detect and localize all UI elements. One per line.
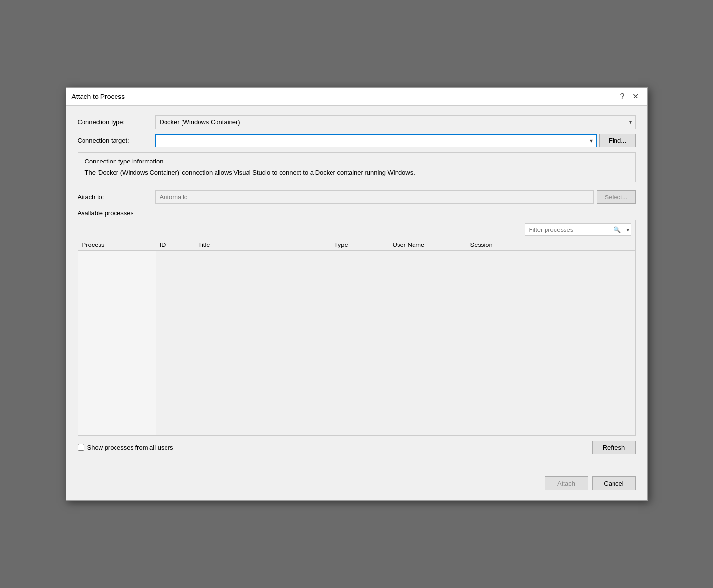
- attach-button[interactable]: Attach: [545, 476, 588, 490]
- col-session: Session: [466, 239, 635, 251]
- connection-type-label: Connection type:: [78, 118, 155, 126]
- search-icon-button[interactable]: 🔍: [610, 223, 624, 236]
- show-all-users-label[interactable]: Show processes from all users: [78, 444, 173, 451]
- col-process: Process: [78, 239, 156, 251]
- processes-box: 🔍 ▾ Process ID Title Type: [78, 220, 636, 436]
- info-box-text: The 'Docker (Windows Container)' connect…: [85, 168, 629, 178]
- process-table-header-row: Process ID Title Type User Name Session: [78, 239, 635, 251]
- col-type: Type: [331, 239, 389, 251]
- col-title: Title: [195, 239, 331, 251]
- connection-type-row: Connection type: Docker (Windows Contain…: [78, 115, 636, 129]
- select-button[interactable]: Select...: [597, 190, 636, 204]
- empty-row: [78, 251, 86, 435]
- process-table-header: Process ID Title Type User Name Session: [78, 239, 635, 251]
- col-username: User Name: [389, 239, 466, 251]
- connection-target-controls: Find...: [155, 134, 636, 147]
- process-table-body: [78, 251, 156, 435]
- dialog-title: Attach to Process: [72, 93, 125, 100]
- show-all-users-checkbox[interactable]: [78, 444, 84, 451]
- connection-target-input-wrapper: [155, 134, 597, 147]
- cancel-button[interactable]: Cancel: [592, 476, 636, 490]
- attach-to-input[interactable]: [155, 190, 594, 204]
- dialog-body: Connection type: Docker (Windows Contain…: [66, 106, 647, 472]
- filter-wrapper: 🔍 ▾: [525, 223, 631, 236]
- title-bar-buttons: ? ✕: [617, 92, 642, 101]
- attach-to-row: Attach to: Select...: [78, 190, 636, 204]
- connection-target-input[interactable]: [155, 134, 597, 147]
- connection-type-select-wrapper: Docker (Windows Container): [155, 115, 636, 129]
- col-id: ID: [156, 239, 195, 251]
- close-button[interactable]: ✕: [630, 92, 642, 101]
- attach-to-label: Attach to:: [78, 194, 155, 201]
- connection-target-row: Connection target: Find...: [78, 134, 636, 147]
- filter-row: 🔍 ▾: [78, 220, 635, 239]
- help-button[interactable]: ?: [617, 92, 628, 101]
- filter-icons: 🔍 ▾: [610, 223, 631, 236]
- connection-info-box: Connection type information The 'Docker …: [78, 152, 636, 183]
- connection-target-label: Connection target:: [78, 137, 155, 144]
- attach-to-process-dialog: Attach to Process ? ✕ Connection type: D…: [66, 87, 648, 501]
- dialog-footer: Attach Cancel: [66, 472, 647, 500]
- connection-type-select[interactable]: Docker (Windows Container): [155, 115, 636, 129]
- available-processes-label: Available processes: [78, 210, 636, 217]
- process-table: Process ID Title Type User Name Session: [78, 239, 635, 435]
- filter-dropdown-button[interactable]: ▾: [624, 223, 631, 236]
- attach-to-controls: Select...: [155, 190, 636, 204]
- bottom-row: Show processes from all users Refresh: [78, 441, 636, 454]
- chevron-down-icon: ▾: [626, 226, 630, 233]
- info-box-title: Connection type information: [85, 158, 629, 165]
- show-all-users-text: Show processes from all users: [87, 444, 173, 451]
- find-button[interactable]: Find...: [599, 134, 636, 147]
- refresh-button[interactable]: Refresh: [592, 441, 636, 454]
- search-icon: 🔍: [613, 226, 621, 233]
- title-bar: Attach to Process ? ✕: [66, 88, 647, 106]
